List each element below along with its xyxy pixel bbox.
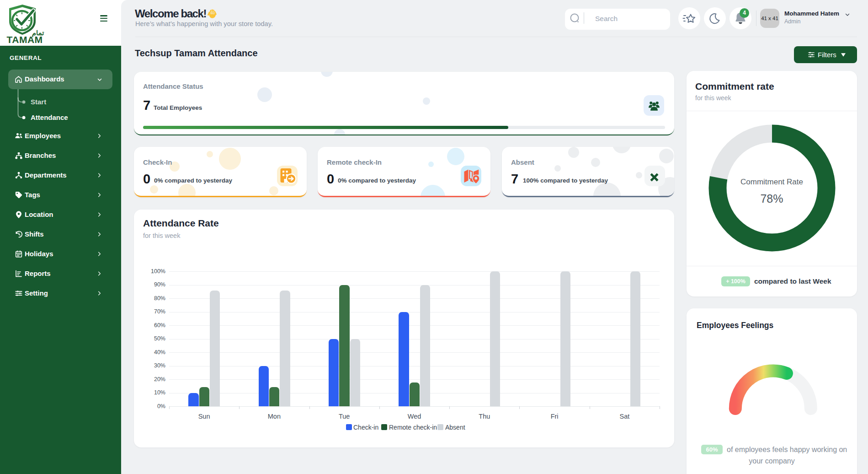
svg-text:TAMAM: TAMAM bbox=[6, 34, 43, 44]
